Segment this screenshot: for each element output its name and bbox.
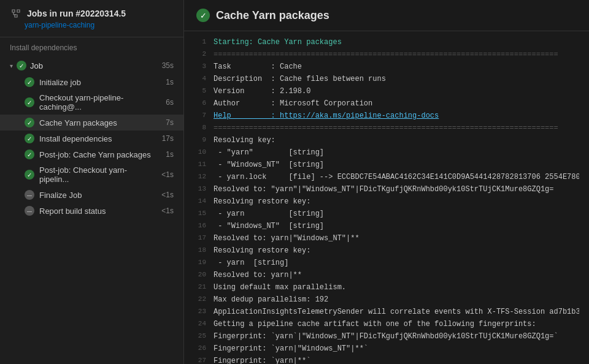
line-number: 8 (189, 123, 206, 133)
sidebar-step-finalize[interactable]: Finalize Job <1s (0, 187, 183, 203)
sidebar-step-postcache[interactable]: Post-job: Cache Yarn packages 1s (0, 146, 183, 162)
line-number: 25 (189, 331, 206, 341)
line-number: 12 (189, 172, 206, 182)
log-text: Resolved to: yarn|** (214, 270, 579, 281)
log-text: Task : Cache (214, 61, 579, 72)
log-text: Help : https://aka.ms/pipeline-caching-d… (214, 110, 579, 121)
job-duration: 35s (162, 61, 174, 70)
log-line: 23 ApplicationInsightsTelemetrySender wi… (184, 306, 589, 318)
line-number: 15 (189, 208, 206, 219)
job-label: Job (30, 61, 158, 70)
step-icon-install (25, 134, 34, 143)
log-text: Starting: Cache Yarn packages (214, 37, 579, 48)
step-icon-init (25, 77, 34, 87)
line-number: 21 (189, 282, 206, 292)
log-line: 22 Max dedup parallelism: 192 (184, 294, 589, 306)
log-text: Resolved to: "yarn"|"Windows_NT"|FDicTKg… (214, 184, 579, 195)
log-line: 4 Description : Cache files between runs (184, 73, 589, 85)
step-icon-cache (25, 118, 34, 127)
line-number: 2 (189, 49, 206, 59)
log-line: 13 Resolved to: "yarn"|"Windows_NT"|FDic… (184, 183, 589, 195)
step-duration-finalize: <1s (161, 191, 174, 199)
line-number: 11 (189, 159, 206, 170)
log-line: 7 Help : https://aka.ms/pipeline-caching… (184, 110, 589, 122)
sidebar-step-checkout[interactable]: Checkout yarn-pipeline-caching@... 6s (0, 90, 183, 115)
step-label-install: Install dependencies (39, 134, 157, 143)
log-text: Fingerprint: `yarn|"Windows_NT"|**` (214, 343, 579, 354)
install-section-label: Install dependencies (0, 37, 183, 55)
log-line: 10 - "yarn" [string] (184, 146, 589, 159)
log-text: - "Windows_NT" [string] (214, 221, 579, 232)
sidebar-run-title: Jobs in run #20220314.5 (27, 9, 126, 18)
log-line: 8 ======================================… (184, 122, 589, 134)
line-number: 7 (189, 110, 206, 121)
log-text: Using default max parallelism. (214, 282, 579, 293)
step-duration-report: <1s (161, 207, 174, 215)
sidebar-pipeline-name: yarn-pipeline-caching (10, 21, 174, 29)
line-number: 19 (189, 257, 206, 268)
step-duration-postcache: 1s (166, 150, 174, 159)
sidebar-header: Jobs in run #20220314.5 yarn-pipeline-ca… (0, 0, 183, 37)
log-line: 21 Using default max parallelism. (184, 281, 589, 294)
sidebar-step-report[interactable]: Report build status <1s (0, 203, 183, 219)
log-line: 12 - yarn.lock [file] --> ECCBDC7E54ABAC… (184, 171, 589, 183)
line-number: 14 (189, 196, 206, 207)
line-number: 20 (189, 270, 206, 280)
log-text: Fingerprint: `yarn|**` (214, 355, 579, 364)
job-steps: Initialize job 1s Checkout yarn-pipeline… (0, 74, 183, 219)
step-duration-checkout: 6s (166, 98, 174, 107)
line-number: 22 (189, 294, 206, 305)
line-number: 23 (189, 306, 206, 317)
step-label-init: Initialize job (39, 78, 161, 87)
step-duration-cache: 7s (166, 118, 174, 127)
job-status-icon (17, 61, 26, 70)
sidebar-step-cache[interactable]: Cache Yarn packages 7s (0, 115, 183, 131)
step-label-postcache: Post-job: Cache Yarn packages (39, 150, 161, 159)
log-line: 15 - yarn [string] (184, 208, 589, 220)
step-icon-report (25, 206, 34, 216)
log-text: Resolving restore key: (214, 245, 579, 256)
log-line: 11 - "Windows_NT" [string] (184, 159, 589, 171)
line-number: 18 (189, 245, 206, 256)
line-number: 3 (189, 61, 206, 72)
step-label-checkout: Checkout yarn-pipeline-caching@... (39, 93, 161, 112)
step-icon-postcache (25, 150, 34, 159)
sidebar-step-init[interactable]: Initialize job 1s (0, 74, 183, 90)
job-header[interactable]: ▾ Job 35s (0, 57, 183, 74)
log-text: Description : Cache files between runs (214, 74, 579, 85)
log-line: 14 Resolving restore key: (184, 195, 589, 208)
log-line: 19 - yarn [string] (184, 257, 589, 269)
sidebar-step-install[interactable]: Install dependencies 17s (0, 131, 183, 146)
log-text: Resolving key: (214, 135, 579, 146)
log-line: 6 Author : Microsoft Corporation (184, 97, 589, 110)
log-line: 9 Resolving key: (184, 134, 589, 146)
step-label-postcheckout: Post-job: Checkout yarn-pipelin... (39, 165, 156, 184)
line-number: 6 (189, 98, 206, 108)
main-header: ✓ Cache Yarn packages (184, 0, 589, 31)
log-line: 26 Fingerprint: `yarn|"Windows_NT"|**` (184, 343, 589, 355)
step-label-cache: Cache Yarn packages (39, 118, 161, 127)
main-title: Cache Yarn packages (216, 9, 329, 22)
step-duration-init: 1s (166, 78, 174, 86)
line-number: 17 (189, 233, 206, 243)
step-icon-postcheckout (25, 170, 34, 180)
log-line: 24 Getting a pipeline cache artifact wit… (184, 318, 589, 330)
log-container[interactable]: 1 Starting: Cache Yarn packages 2 ======… (184, 31, 589, 364)
chevron-icon: ▾ (10, 63, 13, 69)
line-number: 16 (189, 221, 206, 231)
sidebar-step-postcheckout[interactable]: Post-job: Checkout yarn-pipelin... <1s (0, 162, 183, 187)
log-text: Resolved to: yarn|"Windows_NT"|** (214, 233, 579, 244)
line-number: 5 (189, 86, 206, 96)
line-number: 4 (189, 74, 206, 84)
log-text: - yarn [string] (214, 257, 579, 268)
step-label-finalize: Finalize Job (39, 191, 156, 200)
step-icon-checkout (25, 97, 34, 107)
log-text: Fingerprint: `yarn`|"Windows_NT"|FDicTKg… (214, 331, 579, 342)
line-number: 1 (189, 37, 206, 47)
step-duration-postcheckout: <1s (161, 170, 174, 179)
log-line: 5 Version : 2.198.0 (184, 85, 589, 97)
log-text: - "Windows_NT" [string] (214, 159, 579, 170)
log-text: Version : 2.198.0 (214, 86, 579, 97)
log-text: Resolving restore key: (214, 196, 579, 207)
log-line: 17 Resolved to: yarn|"Windows_NT"|** (184, 232, 589, 245)
